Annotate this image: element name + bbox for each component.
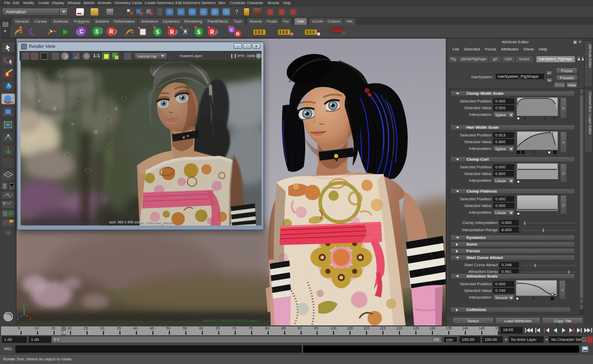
svg-text:x: x [29, 317, 31, 320]
svg-text:R: R [109, 29, 113, 34]
svg-text:C: C [79, 29, 83, 34]
svg-text:R: R [236, 31, 240, 37]
svg-text:S: S [156, 29, 160, 35]
svg-text:C: C [230, 27, 234, 32]
svg-text:z: z [17, 317, 19, 320]
svg-text:S: S [197, 29, 201, 35]
svg-text:S: S [95, 29, 99, 34]
svg-text:Y: Y [23, 305, 25, 308]
svg-text:camera1 (defaultRenderLayer): camera1 (defaultRenderLayer) [202, 318, 258, 323]
svg-text:R: R [210, 29, 214, 35]
svg-text:R: R [170, 29, 174, 35]
